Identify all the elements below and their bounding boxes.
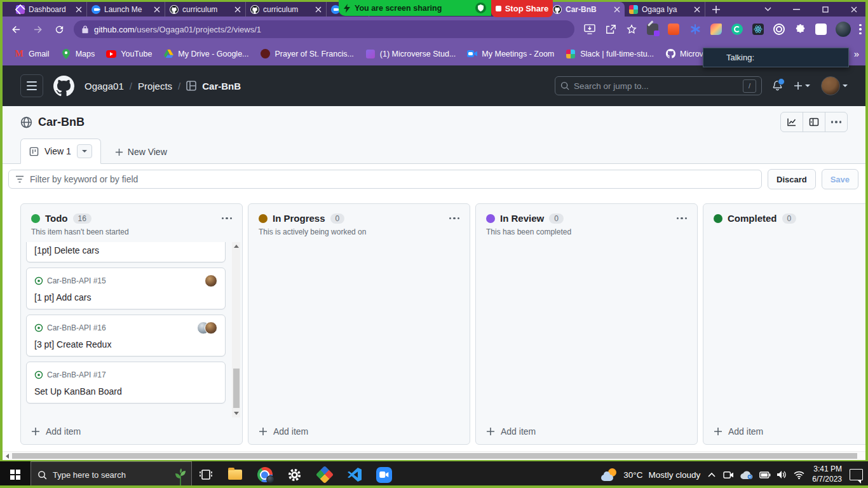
ext-react-devtools-icon[interactable] [752,23,764,36]
tab-close-icon[interactable] [76,6,82,13]
bookmark-drive[interactable]: My Drive - Google... [158,46,254,62]
bookmark-slack[interactable]: Slack | full-time-stu... [560,46,659,62]
add-item-button[interactable]: Add item [21,419,242,444]
bookmarks-overflow-chevron[interactable]: » [854,48,859,59]
tab-close-icon[interactable] [154,6,160,13]
scrollbar-thumb[interactable] [12,453,857,459]
tab-close-icon[interactable] [694,6,700,13]
tab-close-icon[interactable] [614,6,620,13]
battery-icon[interactable] [759,471,771,478]
breadcrumb-projects[interactable]: Projects [138,81,172,92]
column-scrollbar[interactable] [232,242,240,417]
ext-grammarly-icon[interactable] [731,23,743,36]
github-logo[interactable] [53,76,74,97]
bookmark-maps[interactable]: Maps [56,46,100,62]
notifications-bell-icon[interactable] [772,80,783,92]
settings-gear-icon[interactable] [280,461,309,488]
file-explorer-icon[interactable] [220,461,250,488]
save-button[interactable]: Save [822,169,858,189]
bookmark-star-icon[interactable] [625,23,638,36]
add-item-button[interactable]: Add item [248,419,470,444]
add-item-button[interactable]: Add item [703,419,865,444]
weather-widget[interactable]: 30°C Mostly cloudy [601,468,700,481]
chrome-icon[interactable] [250,461,280,488]
onedrive-icon[interactable] [740,471,753,479]
scroll-up-arrow[interactable] [232,242,240,250]
install-app-icon[interactable] [583,23,596,36]
start-button[interactable] [0,461,31,488]
discard-button[interactable]: Discard [768,169,816,189]
column-menu-button[interactable] [677,217,688,220]
ext-orange-icon[interactable] [667,23,680,36]
tab-launch-meeting[interactable]: Launch Me [87,2,165,17]
card-setup-kanban[interactable]: Car-BnB-API #17 Set Up KanBan Board [26,362,226,403]
bookmark-zoom-meetings[interactable]: My Meetings - Zoom [462,46,559,62]
wifi-icon[interactable] [794,471,804,479]
add-item-button[interactable]: Add item [476,419,697,444]
column-menu-button[interactable] [449,217,460,220]
task-view-button[interactable] [192,461,220,488]
tab-search-chevron-icon[interactable] [754,2,782,17]
tab-close-icon[interactable] [234,6,241,13]
avatar[interactable] [205,274,217,287]
bookmark-prayer[interactable]: Prayer of St. Francis... [255,46,359,62]
minimize-button[interactable] [782,2,811,17]
card-delete-cars[interactable]: [1pt] Delete cars [26,242,226,262]
profile-menu[interactable] [821,76,848,95]
avatar[interactable] [205,322,217,334]
tab-curriculum-1[interactable]: curriculum [165,2,246,17]
ext-white-square-icon[interactable] [815,23,827,36]
ext-target-icon[interactable] [773,23,785,36]
browser-profile-avatar[interactable] [836,22,851,37]
action-center-icon[interactable] [850,469,863,480]
view-options-button[interactable] [77,144,92,158]
column-menu-button[interactable] [222,217,233,220]
breadcrumb-user[interactable]: Ogaga01 [85,81,124,92]
card-add-cars[interactable]: Car-BnB-API #15 [1 pt] Add cars [26,268,226,309]
scroll-left-arrow[interactable] [3,452,11,460]
scroll-down-arrow[interactable] [232,409,240,417]
tray-chevron-icon[interactable] [708,472,715,477]
tab-close-icon[interactable] [315,6,322,13]
tab-slack[interactable]: Ogaga Iya [625,2,705,17]
insights-button[interactable] [781,112,803,132]
tab-view-1[interactable]: View 1 [20,139,101,164]
project-menu-button[interactable] [825,112,847,132]
bookmark-microverse-student[interactable]: (1) Microverse Stud... [360,46,461,62]
hamburger-menu-icon[interactable] [20,74,43,97]
close-window-button[interactable] [839,2,868,17]
browser-menu-icon[interactable] [859,24,862,35]
vscode-icon[interactable] [339,461,369,488]
filter-input[interactable]: Filter by keyword or by field [8,170,762,189]
meet-now-icon[interactable] [723,470,734,480]
card-create-redux[interactable]: Car-BnB-API #16 [3 pt] Create Redux [26,315,226,356]
bookmark-gmail[interactable]: MGmail [9,46,55,62]
address-bar[interactable]: github.com/users/Ogaga01/projects/2/view… [74,20,574,38]
back-button[interactable] [6,20,25,39]
taskbar-clock[interactable]: 3:41 PM 6/7/2023 [812,464,842,484]
side-panel-button[interactable] [803,112,825,132]
volume-icon[interactable] [777,470,787,479]
breadcrumb-project[interactable]: Car-BnB [202,81,241,92]
taskbar-search-box[interactable]: Type here to search [31,461,192,488]
maximize-button[interactable] [811,2,839,17]
scrollbar-thumb[interactable] [233,369,240,408]
ext-asterisk-icon[interactable] [689,23,702,36]
ext-colorpicker-icon[interactable] [646,23,659,36]
github-search-box[interactable]: Search or jump to... / [555,76,762,95]
bookmark-youtube[interactable]: YouTube [101,46,157,62]
tab-dashboard[interactable]: Dashboard [11,2,87,17]
extensions-puzzle-icon[interactable] [794,23,806,36]
zoom-taskbar-icon[interactable] [369,461,399,488]
share-icon[interactable] [604,23,617,36]
diamond-app-icon[interactable] [309,461,339,488]
refresh-button[interactable] [50,20,69,39]
forward-button[interactable] [28,20,47,39]
new-tab-button[interactable] [712,5,721,14]
tab-car-bnb-active[interactable]: Car-BnB [548,2,625,17]
stop-share-button[interactable]: Stop Share [491,0,553,17]
create-new-button[interactable] [794,81,810,90]
ext-feather-icon[interactable] [710,23,722,36]
page-horizontal-scrollbar[interactable] [3,451,865,460]
new-view-button[interactable]: New View [115,147,167,157]
